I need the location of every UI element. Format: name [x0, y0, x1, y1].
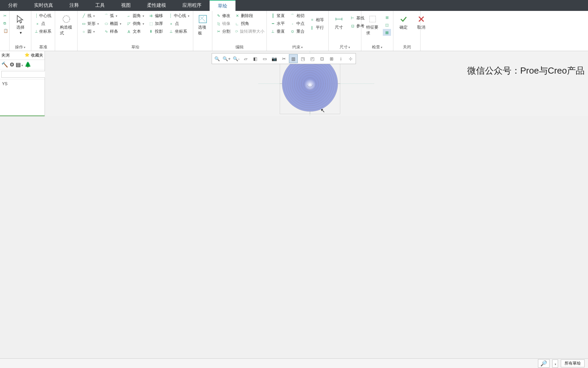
point-button[interactable]: ×点: [33, 20, 53, 27]
construct-mode-button[interactable]: 构造模式: [57, 12, 75, 37]
section-icon[interactable]: ✂: [279, 54, 288, 63]
projection-button[interactable]: ⬇投影: [147, 28, 166, 35]
ok-button[interactable]: 确定: [395, 12, 412, 32]
axis-icon[interactable]: ◰: [308, 54, 317, 63]
tab-app[interactable]: 应用程序: [174, 0, 210, 11]
construct-icon: [61, 14, 72, 25]
fav-tab[interactable]: 收藏夹: [31, 52, 43, 58]
constraint-group-label: 约束: [292, 45, 300, 49]
centerline2-button[interactable]: ┊中心线▾: [167, 12, 191, 19]
feature-req-button[interactable]: 特征要求: [363, 12, 381, 37]
tangent-button[interactable]: ⌒相切: [289, 12, 307, 19]
x-icon: [416, 14, 427, 25]
settings-icon[interactable]: ⚙: [10, 61, 14, 68]
equal-button[interactable]: =相等: [308, 16, 326, 24]
csys2-button[interactable]: ⊥坐标系: [167, 28, 191, 35]
shade-icon[interactable]: ▦: [383, 29, 391, 36]
list-icon[interactable]: ▤▾: [16, 61, 23, 68]
tab-tool[interactable]: 工具: [87, 0, 113, 11]
csys-disp-icon[interactable]: ⊞: [327, 54, 336, 63]
highlight-icon[interactable]: ◫: [383, 21, 391, 28]
constr-disp-icon[interactable]: ⊹: [346, 54, 355, 63]
camera-icon[interactable]: 📷: [270, 54, 279, 63]
cut-icon[interactable]: ✂: [2, 12, 7, 19]
spline-button[interactable]: ∿样条: [102, 28, 123, 35]
tab-view[interactable]: 视图: [113, 0, 139, 11]
dim-disp-icon[interactable]: ⟊: [337, 54, 345, 63]
tree-item[interactable]: YS: [2, 81, 43, 86]
zoom-in-icon[interactable]: 🔍+: [222, 54, 231, 63]
tab-flex[interactable]: 柔性建模: [139, 0, 174, 11]
coincident-button[interactable]: ⊙重合: [289, 28, 307, 35]
csys-button[interactable]: ⊥坐标系: [33, 28, 53, 35]
left-panel: 夹浏 ⭐ 收藏夹 🔨 ⚙ ▤▾ 🌲 ×▾ + YS: [0, 51, 45, 116]
mirror-button[interactable]: ⧎镜像: [214, 20, 232, 27]
browse-tab[interactable]: 夹浏: [1, 52, 10, 58]
tree-icon[interactable]: 🌲: [24, 61, 31, 68]
select-button[interactable]: 选择▾: [12, 12, 29, 36]
tool-icon[interactable]: 🔨: [1, 61, 8, 68]
svg-point-8: [282, 56, 338, 112]
centerline-button[interactable]: ┊中心线: [33, 12, 53, 19]
thicken-button[interactable]: ⬚加厚: [147, 20, 166, 27]
feature-icon: [367, 14, 378, 25]
rect-button[interactable]: ▭矩形▾: [80, 20, 101, 27]
mouse-cursor: ↖: [321, 107, 325, 114]
offset-button[interactable]: ⇉偏移: [147, 12, 166, 19]
tab-analysis[interactable]: 分析: [0, 0, 26, 11]
corner-button[interactable]: ∟拐角: [233, 20, 266, 27]
arc-button[interactable]: ⌒弧▾: [102, 12, 123, 19]
split-button[interactable]: ✂分割: [214, 28, 232, 35]
cursor-icon: [15, 14, 26, 25]
delete-button[interactable]: ✕删除段: [233, 12, 266, 19]
svg-rect-2: [370, 16, 376, 22]
text-button[interactable]: A文本: [125, 28, 146, 35]
tab-sketch[interactable]: 草绘: [210, 0, 235, 11]
tab-annotation[interactable]: 注释: [61, 0, 87, 11]
palette-icon: [197, 14, 208, 25]
edit-group-label: 编辑: [212, 44, 266, 50]
view-toolbar: 🔍 🔍+ 🔍- ▱ ◧ ▭ 📷 ✂ ▥ ◳ ◰ ⊡ ⊞ ⟊ ⊹: [212, 53, 356, 64]
paste-icon[interactable]: 📋: [2, 27, 7, 34]
perp-button[interactable]: ⊥垂直: [269, 28, 287, 35]
body: 夹浏 ⭐ 收藏夹 🔨 ⚙ ▤▾ 🌲 ×▾ + YS 微信公众号：Proe与Cre…: [0, 51, 588, 116]
repaint-icon[interactable]: ▱: [241, 54, 250, 63]
saved-view-icon[interactable]: ▭: [260, 54, 269, 63]
ops-label: 操作: [15, 45, 23, 49]
close-group-label: 关闭: [393, 44, 420, 50]
fillet-button[interactable]: ⌐圆角▾: [125, 12, 146, 19]
cancel-button[interactable]: 取消: [413, 12, 429, 32]
vertical-button[interactable]: ┃竖直: [269, 12, 287, 19]
ellipse-button[interactable]: ⬭椭圆▾: [102, 20, 123, 27]
main-tabs: 分析 实时仿真 注释 工具 视图 柔性建模 应用程序 草绘: [0, 0, 588, 11]
watermark-text: 微信公众号：Proe与Creo产品: [467, 65, 585, 77]
shade-icon[interactable]: ◧: [251, 54, 260, 63]
rotresize-button[interactable]: ⟳旋转调整大小: [233, 28, 266, 35]
plane-icon[interactable]: ◳: [298, 54, 307, 63]
tab-realtime[interactable]: 实时仿真: [26, 0, 61, 11]
svg-point-0: [63, 16, 70, 22]
filter-input[interactable]: [1, 71, 49, 78]
parallel-button[interactable]: ∥平行: [308, 24, 326, 31]
datum-label: 基准: [31, 44, 55, 50]
circle-button[interactable]: ○圆▾: [80, 28, 101, 35]
overlap-icon[interactable]: ⊞: [383, 14, 391, 21]
zoom-out-icon[interactable]: 🔍-: [232, 54, 241, 63]
point2-button[interactable]: ×点: [167, 20, 191, 27]
dimension-group-label: 尺寸: [340, 45, 348, 49]
options-button[interactable]: 选项板: [195, 12, 210, 37]
copy-icon[interactable]: ⧉: [2, 20, 7, 27]
canvas[interactable]: 微信公众号：Proe与Creo产品: [45, 51, 588, 116]
midpoint-button[interactable]: ◦中点: [289, 20, 307, 27]
zoom-fit-icon[interactable]: 🔍: [213, 54, 222, 63]
chamfer-button[interactable]: ◸倒角▾: [125, 20, 146, 27]
horizontal-button[interactable]: ━水平: [269, 20, 287, 27]
dimension-icon: [333, 14, 344, 25]
modify-button[interactable]: ✎修改: [214, 12, 232, 19]
line-button[interactable]: ╱线▾: [80, 12, 101, 19]
ribbon: ✂ ⧉ 📋 选择▾ 操作▾ ┊中心线 ×点 ⊥坐标系 基准 构造模式: [0, 11, 588, 51]
point-disp-icon[interactable]: ⊡: [317, 54, 326, 63]
sketch-view-icon[interactable]: ▥: [289, 54, 298, 63]
sketch-group-label: 草绘: [78, 44, 193, 50]
dimension-button[interactable]: 尺寸: [331, 12, 347, 32]
